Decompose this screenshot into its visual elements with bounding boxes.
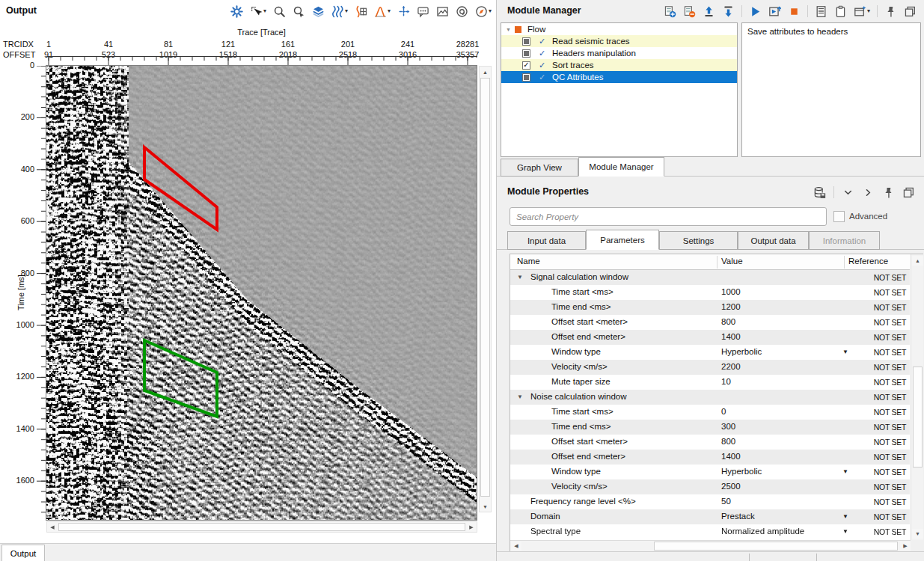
run-to-icon[interactable] (768, 3, 781, 19)
float-icon[interactable] (902, 184, 915, 200)
parameter-value[interactable]: 2500 (721, 482, 741, 491)
parameter-value[interactable]: 1400 (721, 332, 741, 341)
wiggle-display-icon[interactable]: ▾ (331, 3, 348, 19)
tab-output[interactable]: Output (1, 545, 45, 561)
grid-display-icon[interactable] (355, 3, 367, 19)
parameter-row[interactable]: Offset end <meter>1400NOT SET (510, 450, 910, 465)
export-down-icon[interactable] (722, 3, 735, 19)
tab-settings[interactable]: Settings (659, 231, 738, 250)
parameter-group-row[interactable]: ▼Noise calculation windowNOT SET (510, 390, 910, 405)
parameter-reference[interactable]: NOT SET (849, 468, 906, 476)
column-header-value[interactable]: Value (721, 257, 743, 266)
scroll-right-button[interactable]: ▶ (466, 522, 477, 532)
parameter-value[interactable]: 1000 (721, 287, 741, 296)
select-mode-icon[interactable]: ▾ (250, 3, 266, 19)
chevron-right-icon[interactable] (862, 184, 875, 200)
pin-icon[interactable] (884, 3, 897, 19)
spectrum-icon[interactable]: ▾ (374, 3, 391, 19)
db-save-icon[interactable] (813, 184, 826, 200)
zoom-icon[interactable] (273, 3, 286, 19)
compass-icon[interactable]: ▾ (475, 3, 492, 19)
scroll-thumb[interactable] (654, 542, 898, 551)
parameter-value[interactable]: 50 (721, 497, 731, 506)
parameter-reference[interactable]: NOT SET (849, 393, 906, 402)
parameter-row[interactable]: Velocity <m/s>2500NOT SET (510, 479, 910, 494)
parameter-row[interactable]: DomainPrestack▼NOT SET (510, 509, 910, 524)
parameter-value[interactable]: Hyperbolic (721, 467, 762, 476)
parameter-reference[interactable]: NOT SET (849, 333, 906, 342)
parameter-value[interactable]: 1200 (721, 302, 741, 311)
dropdown-caret-icon[interactable]: ▼ (842, 469, 848, 475)
scroll-down-button[interactable]: ▼ (912, 529, 923, 539)
parameter-reference[interactable]: NOT SET (849, 453, 906, 462)
parameter-reference[interactable]: NOT SET (849, 348, 906, 357)
flow-module-row[interactable]: ✓✓Sort traces (501, 59, 737, 71)
tab-output-data[interactable]: Output data (738, 231, 809, 250)
dropdown-caret-icon[interactable]: ▼ (842, 529, 848, 535)
parameter-reference[interactable]: NOT SET (849, 497, 906, 506)
parameter-reference[interactable]: NOT SET (849, 303, 906, 312)
scroll-down-button[interactable]: ▼ (480, 501, 491, 512)
parameter-value[interactable]: Hyperbolic (721, 347, 762, 356)
dropdown-caret-icon[interactable]: ▼ (842, 349, 848, 355)
parameter-row[interactable]: Mute taper size10NOT SET (510, 375, 910, 390)
noise-window-annotation[interactable] (144, 340, 217, 417)
parameter-reference[interactable]: NOT SET (849, 378, 906, 387)
parameter-row[interactable]: Window typeHyperbolic▼NOT SET (510, 465, 910, 479)
dropdown-caret-icon[interactable]: ▼ (842, 514, 848, 520)
parameter-reference[interactable]: NOT SET (849, 288, 906, 297)
tab-input-data[interactable]: Input data (507, 231, 586, 250)
parameter-value[interactable]: 1400 (721, 452, 741, 461)
dropdown-caret-icon[interactable]: ▾ (388, 8, 391, 14)
parameter-value[interactable]: 2200 (721, 362, 741, 371)
tab-graph-view[interactable]: Graph View (501, 159, 578, 177)
parameter-reference[interactable]: NOT SET (849, 423, 906, 432)
seismic-view[interactable] (46, 66, 477, 520)
viewer-vertical-scrollbar[interactable]: ▲ ▼ (479, 66, 492, 512)
scroll-right-button[interactable]: ▶ (900, 542, 911, 551)
parameter-row[interactable]: Time end <ms>300NOT SET (510, 420, 910, 435)
parameter-row[interactable]: Frequency range level <%>50NOT SET (510, 494, 910, 509)
parameter-row[interactable]: Offset start <meter>800NOT SET (510, 315, 910, 330)
float-icon[interactable] (904, 3, 917, 19)
parameter-value[interactable]: 0 (721, 407, 726, 416)
scroll-thumb[interactable] (480, 78, 490, 497)
table-vertical-scrollbar[interactable]: ▲ ▼ (911, 254, 923, 540)
scroll-thumb[interactable] (58, 523, 465, 531)
clipboard-icon[interactable] (834, 3, 847, 19)
parameter-reference[interactable]: NOT SET (849, 363, 906, 372)
image-view-icon[interactable] (436, 3, 449, 19)
flow-module-row[interactable]: ✓Read seismic traces (501, 35, 737, 47)
parameter-row[interactable]: Window typeHyperbolic▼NOT SET (510, 345, 910, 360)
pointer-lasso-icon[interactable] (293, 3, 305, 19)
scroll-thumb[interactable] (913, 367, 923, 468)
gear-icon[interactable] (230, 3, 243, 19)
import-up-icon[interactable] (703, 3, 715, 19)
parameter-row[interactable]: Time end <ms>1200NOT SET (510, 300, 910, 315)
parameter-value[interactable]: 800 (721, 317, 735, 326)
parameter-value[interactable]: 800 (721, 437, 735, 446)
dropdown-caret-icon[interactable]: ▾ (489, 8, 492, 14)
module-checkbox[interactable] (522, 49, 530, 58)
parameter-row[interactable]: Spectral typeNormalized amplitude▼NOT SE… (510, 524, 910, 539)
module-checkbox[interactable] (522, 37, 530, 46)
parameter-row[interactable]: Velocity <m/s>2200NOT SET (510, 360, 910, 375)
parameter-row[interactable]: Offset end <meter>1400NOT SET (510, 330, 910, 345)
flow-module-row[interactable]: ✓QC Attributes (501, 71, 737, 83)
parameter-value[interactable]: Prestack (721, 512, 755, 521)
module-checkbox[interactable]: ✓ (522, 61, 530, 70)
chevron-down-icon[interactable] (842, 184, 854, 200)
stop-icon[interactable] (788, 3, 801, 19)
parameter-row[interactable]: Offset start <meter>800NOT SET (510, 435, 910, 450)
parameter-reference[interactable]: NOT SET (849, 512, 906, 521)
search-property-input[interactable] (510, 207, 827, 226)
parameter-reference[interactable]: NOT SET (849, 408, 906, 417)
run-icon[interactable] (749, 3, 762, 19)
parameter-row[interactable]: Time start <ms>0NOT SET (510, 405, 910, 420)
advanced-checkbox[interactable] (833, 211, 845, 222)
module-checkbox[interactable] (522, 73, 530, 82)
dropdown-caret-icon[interactable]: ▾ (263, 8, 266, 14)
scroll-up-button[interactable]: ▲ (480, 67, 491, 77)
comment-icon[interactable] (417, 3, 429, 19)
signal-window-annotation[interactable] (144, 147, 217, 230)
